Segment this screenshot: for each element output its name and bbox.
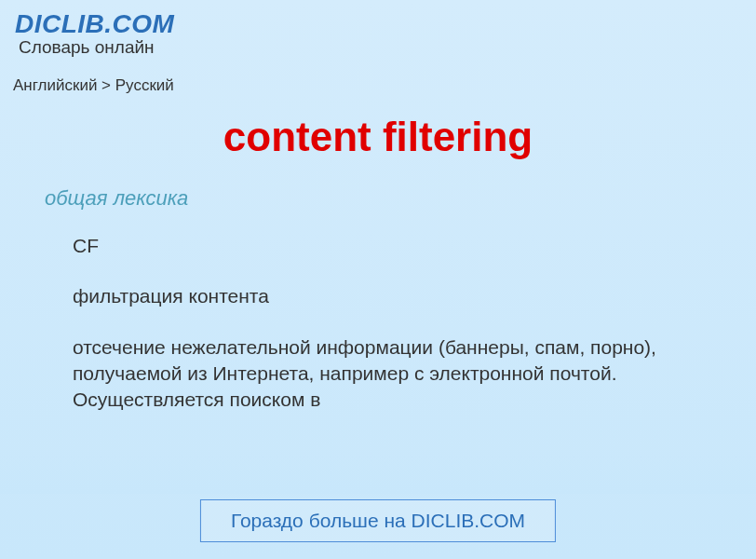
breadcrumb[interactable]: Английский > Русский (0, 61, 756, 97)
content-area: общая лексика CF фильтрация контента отс… (0, 186, 756, 414)
category-label: общая лексика (45, 186, 711, 211)
site-name[interactable]: DICLIB.COM (15, 9, 741, 39)
site-tagline: Словарь онлайн (19, 37, 741, 58)
site-header: DICLIB.COM Словарь онлайн (0, 0, 756, 61)
more-link[interactable]: Гораздо больше на DICLIB.COM (200, 499, 556, 542)
footer-link-wrapper: Гораздо больше на DICLIB.COM (200, 499, 556, 542)
page-title: content filtering (0, 114, 756, 160)
definition-item: CF (73, 233, 711, 259)
definitions-list: CF фильтрация контента отсечение нежелат… (45, 233, 711, 414)
fade-overlay (0, 457, 756, 494)
definition-item: отсечение нежелательной информации (банн… (73, 334, 711, 414)
definition-item: фильтрация контента (73, 283, 711, 309)
